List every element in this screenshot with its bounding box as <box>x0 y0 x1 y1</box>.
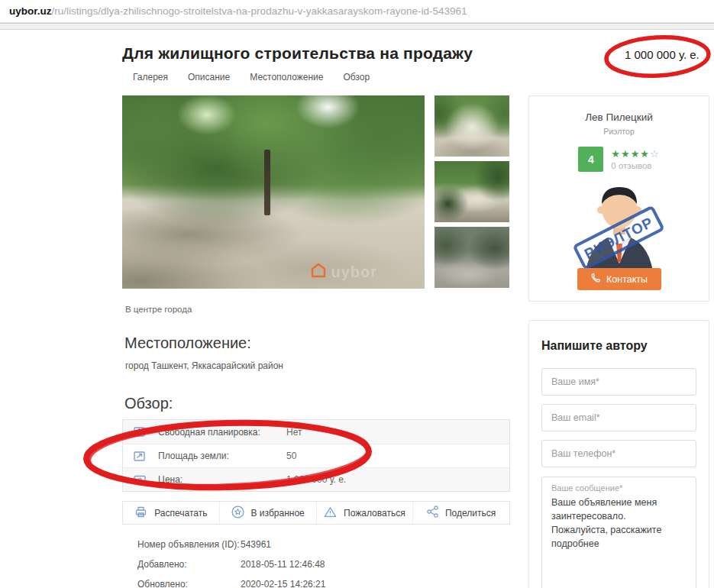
star-icon: ★ <box>611 148 621 160</box>
tab-description[interactable]: Описание <box>188 72 230 82</box>
row-label: Свободная планировка: <box>158 427 286 438</box>
floorplan-icon <box>134 427 147 437</box>
message-form-card: Напишите автору Ваше сообщение* Ваше объ… <box>528 320 709 588</box>
warning-icon <box>324 506 337 520</box>
browser-url-bar[interactable]: uybor.uz/ru/listings/dlya-zhilischnogo-s… <box>0 0 714 23</box>
row-value: Нет <box>286 427 302 438</box>
detail-label: Добавлено: <box>137 559 241 570</box>
photo-watermark: uybor <box>309 261 377 283</box>
main-column: Для жилищного строительства на продажу Г… <box>122 30 510 588</box>
message-field-label: Ваше сообщение* <box>551 483 687 493</box>
house-icon <box>309 261 328 283</box>
realtor-card: Лев Пилецкий Риэлтор 4 ★★★★☆ 0 отзывов <box>528 95 709 302</box>
url-host: uybor.uz <box>9 5 52 17</box>
photo-thumbnail[interactable] <box>435 227 509 288</box>
detail-label: Номер объявления (ID): <box>137 539 241 550</box>
realtor-rating: 4 ★★★★☆ 0 отзывов <box>529 147 709 172</box>
action-label: Распечатать <box>154 508 207 519</box>
detail-row: Добавлено: 2018-05-11 12:46:48 <box>137 559 510 570</box>
star-icon: ★ <box>631 148 641 160</box>
action-label: Пожаловаться <box>344 508 405 519</box>
main-photo[interactable]: uybor <box>122 95 425 289</box>
phone-icon <box>590 273 601 286</box>
sidebar: Лев Пилецкий Риэлтор 4 ★★★★☆ 0 отзывов <box>528 30 709 588</box>
printer-icon <box>134 506 147 520</box>
detail-row: Номер объявления (ID): 543961 <box>137 539 510 550</box>
photo-gallery: uybor <box>122 95 510 289</box>
action-bar: Распечатать В избранное <box>122 501 510 525</box>
share-button[interactable]: Поделиться <box>412 502 509 524</box>
listing-description: В центре города <box>122 305 510 314</box>
action-label: Поделиться <box>445 508 496 519</box>
contacts-button-label: Контакты <box>606 274 648 285</box>
name-field[interactable] <box>541 368 696 396</box>
location-value: город Ташкент, Яккасарайский район <box>122 360 510 371</box>
detail-value: 2018-05-11 12:46:48 <box>241 559 325 570</box>
photo-thumbnail[interactable] <box>435 95 509 157</box>
money-icon <box>134 475 147 484</box>
page-title: Для жилищного строительства на продажу <box>122 44 510 63</box>
thumbnail-list <box>435 95 509 289</box>
realtor-avatar: РИЭЛТОР <box>529 176 709 277</box>
table-row: Цена: 1 000 000 у. е. <box>123 467 509 491</box>
table-row: Площадь земли: 50 <box>123 444 509 467</box>
listing-tabs: Галерея Описание Местоположение Обзор <box>122 72 510 82</box>
table-row: Свободная планировка: Нет <box>123 420 509 444</box>
location-heading: Местоположение: <box>122 334 510 352</box>
favorite-button[interactable]: В избранное <box>219 502 316 524</box>
star-icon: ★ <box>621 148 631 160</box>
overview-heading: Обзор: <box>122 395 510 412</box>
watermark-text: uybor <box>331 263 377 281</box>
listing-details: Номер объявления (ID): 543961 Добавлено:… <box>122 539 510 588</box>
listing-price: 1 000 000 у. е. <box>625 48 699 61</box>
realtor-role: Риэлтор <box>529 127 709 136</box>
email-field[interactable] <box>541 404 696 431</box>
star-icon: ★ <box>640 148 650 160</box>
reviews-count: 0 отзывов <box>611 161 659 170</box>
message-field-value: Ваше объявление меня заинтересовало. Пож… <box>551 496 681 551</box>
share-icon <box>427 506 438 520</box>
report-button[interactable]: Пожаловаться <box>316 502 413 524</box>
overview-table: Свободная планировка: Нет Площадь земли:… <box>122 419 510 492</box>
star-circle-icon <box>231 506 244 521</box>
row-value: 1 000 000 у. е. <box>286 474 346 485</box>
tab-overview[interactable]: Обзор <box>343 72 370 82</box>
row-value: 50 <box>286 451 296 461</box>
realtor-name: Лев Пилецкий <box>529 111 709 123</box>
row-label: Цена: <box>158 474 286 485</box>
message-field[interactable]: Ваше сообщение* Ваше объявление меня заи… <box>541 477 696 588</box>
star-rating: ★★★★☆ <box>611 149 659 159</box>
area-icon <box>134 451 147 461</box>
print-button[interactable]: Распечатать <box>123 502 219 524</box>
rating-badge: 4 <box>578 147 603 172</box>
detail-row: Обновлено: 2020-02-15 14:26:21 <box>137 579 510 588</box>
detail-value: 2020-02-15 14:26:21 <box>241 579 325 588</box>
row-label: Площадь земли: <box>158 451 286 461</box>
tab-location[interactable]: Местоположение <box>250 72 323 82</box>
message-form-heading: Напишите автору <box>541 339 696 353</box>
star-outline-icon: ☆ <box>650 148 660 160</box>
contacts-button[interactable]: Контакты <box>577 268 661 290</box>
listing-page: uybor.uz/ru/listings/dlya-zhilischnogo-s… <box>0 0 714 588</box>
tab-gallery[interactable]: Галерея <box>133 72 168 82</box>
detail-label: Обновлено: <box>137 579 241 588</box>
browser-divider-strip <box>0 23 714 30</box>
action-label: В избранное <box>251 508 305 519</box>
photo-thumbnail[interactable] <box>435 161 509 222</box>
phone-field[interactable] <box>541 440 696 467</box>
detail-value: 543961 <box>241 539 271 550</box>
url-path: /ru/listings/dlya-zhilischnogo-stroitels… <box>52 5 467 17</box>
